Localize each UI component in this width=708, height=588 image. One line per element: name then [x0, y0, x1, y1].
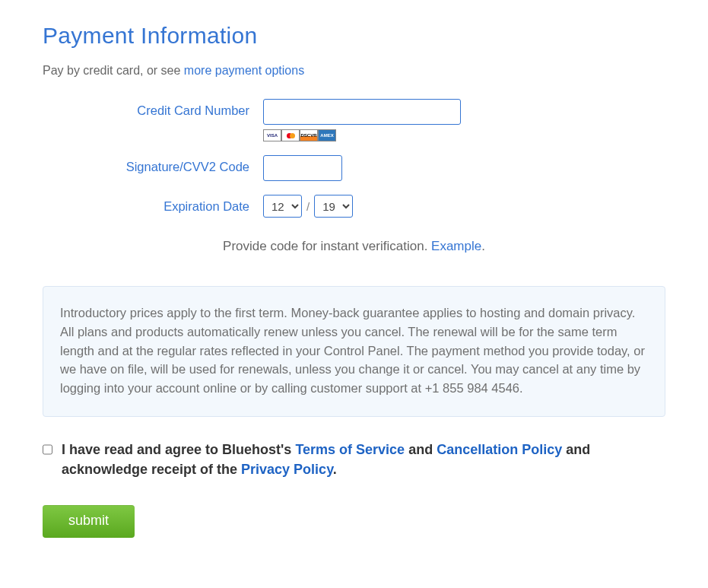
- intro-prefix: Pay by credit card, or see: [43, 64, 184, 77]
- card-number-row: Credit Card Number VISA DSCVR AMEX: [43, 99, 665, 141]
- verify-text: Provide code for instant verification. E…: [43, 239, 665, 254]
- expiration-label: Expiration Date: [43, 195, 263, 214]
- accepted-cards: VISA DSCVR AMEX: [263, 129, 461, 141]
- cancellation-policy-link[interactable]: Cancellation Policy: [437, 442, 562, 457]
- intro-text: Pay by credit card, or see more payment …: [43, 64, 665, 78]
- submit-button[interactable]: submit: [43, 505, 135, 538]
- mastercard-icon: [281, 129, 300, 141]
- more-payment-options-link[interactable]: more payment options: [184, 64, 304, 77]
- exp-year-select[interactable]: 19: [314, 195, 353, 218]
- discover-icon: DSCVR: [300, 129, 318, 141]
- pricing-disclosure: Introductory prices apply to the first t…: [43, 286, 665, 417]
- cvv-input[interactable]: [263, 155, 342, 181]
- payment-form: Credit Card Number VISA DSCVR AMEX Signa…: [43, 99, 665, 218]
- terms-of-service-link[interactable]: Terms of Service: [295, 442, 405, 457]
- agree-mid1: and: [405, 442, 437, 457]
- payment-information-page: Payment Information Pay by credit card, …: [0, 0, 708, 588]
- card-number-input[interactable]: [263, 99, 461, 125]
- page-title: Payment Information: [43, 23, 665, 49]
- agree-text: I have read and agree to Bluehost's Term…: [62, 440, 665, 479]
- verify-suffix: .: [481, 239, 485, 253]
- expiration-row: Expiration Date 12 / 19: [43, 195, 665, 218]
- verify-prefix: Provide code for instant verification.: [223, 239, 431, 253]
- visa-icon: VISA: [263, 129, 281, 141]
- agree-prefix: I have read and agree to Bluehost's: [62, 442, 295, 457]
- agree-checkbox[interactable]: [43, 444, 52, 455]
- agree-row: I have read and agree to Bluehost's Term…: [43, 440, 665, 479]
- cvv-row: Signature/CVV2 Code: [43, 155, 665, 181]
- cvv-label: Signature/CVV2 Code: [43, 155, 263, 174]
- verify-example-link[interactable]: Example: [431, 239, 481, 253]
- privacy-policy-link[interactable]: Privacy Policy: [241, 462, 333, 477]
- exp-month-select[interactable]: 12: [263, 195, 302, 218]
- card-number-label: Credit Card Number: [43, 99, 263, 118]
- agree-suffix: .: [333, 462, 337, 477]
- exp-separator: /: [306, 200, 310, 213]
- amex-icon: AMEX: [318, 129, 336, 141]
